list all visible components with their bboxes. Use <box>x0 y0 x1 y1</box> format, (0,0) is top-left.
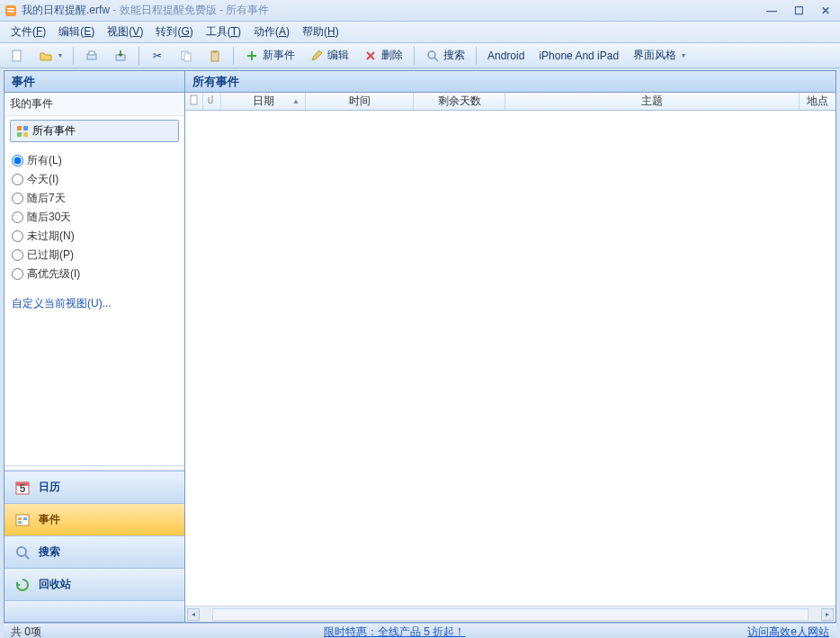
status-site: 访问高效e人网站 <box>747 625 829 638</box>
svg-rect-22 <box>18 521 22 524</box>
menu-file[interactable]: 文件(F) <box>5 22 51 42</box>
right-panel: 所有事件 日期 时间 剩余天数 主题 地点 ◂ ▸ <box>185 71 836 622</box>
svg-rect-24 <box>191 95 197 104</box>
new-file-button[interactable] <box>4 45 31 67</box>
pencil-icon <box>309 49 324 63</box>
filter-next7[interactable]: 随后7天 <box>12 191 177 206</box>
scroll-track[interactable] <box>212 608 809 621</box>
svg-rect-13 <box>23 126 28 130</box>
content-header: 所有事件 <box>185 71 836 93</box>
android-button[interactable]: Android <box>481 46 531 66</box>
calendar-icon: 5 <box>13 479 31 497</box>
svg-rect-14 <box>17 132 22 137</box>
cut-button[interactable]: ✂ <box>144 45 171 67</box>
filter-notexpired[interactable]: 未过期(N) <box>12 229 177 244</box>
menu-action[interactable]: 动作(A) <box>248 22 295 42</box>
col-attach-icon[interactable] <box>203 93 221 110</box>
col-subject[interactable]: 主题 <box>505 93 800 110</box>
col-days[interactable]: 剩余天数 <box>414 93 505 110</box>
my-events-label: 我的事件 <box>4 93 184 116</box>
menu-tools[interactable]: 工具(T) <box>201 22 246 42</box>
nav-buttons: 5日历 事件 搜索 回收站 <box>4 471 184 600</box>
open-button[interactable]: ▾ <box>32 45 68 67</box>
nav-search[interactable]: 搜索 <box>4 535 184 568</box>
maximize-button[interactable]: ☐ <box>788 4 809 18</box>
promo-link[interactable]: 限时特惠：全线产品 5 折起！ <box>324 625 465 638</box>
menu-help[interactable]: 帮助(H) <box>297 22 344 42</box>
horizontal-scrollbar[interactable]: ◂ ▸ <box>185 606 836 622</box>
filter-all[interactable]: 所有(L) <box>12 153 177 168</box>
magnifier-icon <box>13 544 31 562</box>
menu-edit[interactable]: 编辑(E) <box>53 22 100 42</box>
svg-rect-15 <box>23 132 28 137</box>
svg-rect-20 <box>18 517 22 520</box>
filter-next30[interactable]: 随后30天 <box>12 210 177 225</box>
col-date[interactable]: 日期 <box>221 93 306 110</box>
grid-icon <box>16 125 29 138</box>
tree-item-label: 所有事件 <box>32 123 76 139</box>
scissors-icon: ✂ <box>150 49 165 63</box>
nav-events[interactable]: 事件 <box>4 503 184 535</box>
titlebar: 我的日程提醒.erfw - 效能日程提醒免费版 - 所有事件 — ☐ ✕ <box>0 0 840 22</box>
svg-rect-8 <box>184 53 191 61</box>
status-count: 共 0项 <box>11 625 41 638</box>
customize-view-link[interactable]: 自定义当前视图(U)... <box>4 289 184 319</box>
filter-highprio[interactable]: 高优先级(I) <box>12 266 177 282</box>
recycle-icon <box>13 576 31 594</box>
folder-open-icon <box>39 49 53 63</box>
col-type-icon[interactable] <box>185 93 203 110</box>
col-location[interactable]: 地点 <box>800 93 836 110</box>
main-area: 事件 我的事件 所有事件 所有(L) 今天(I) 随后7天 随后30天 未过期(… <box>4 70 836 623</box>
statusbar: 共 0项 限时特惠：全线产品 5 折起！ 访问高效e人网站 <box>4 623 836 638</box>
search-button[interactable]: 搜索 <box>419 44 471 67</box>
svg-rect-21 <box>23 517 27 520</box>
iphone-button[interactable]: iPhone And iPad <box>532 46 625 66</box>
svg-rect-12 <box>17 126 22 130</box>
menubar: 文件(F) 编辑(E) 视图(V) 转到(G) 工具(T) 动作(A) 帮助(H… <box>0 22 840 43</box>
import-icon <box>113 49 128 63</box>
import-button[interactable] <box>107 45 134 67</box>
new-event-button[interactable]: 新事件 <box>238 44 301 67</box>
svg-point-23 <box>17 547 26 556</box>
delete-x-icon <box>363 49 378 63</box>
magnifier-icon <box>425 49 440 63</box>
grid-body[interactable] <box>185 111 836 606</box>
clipboard-icon <box>208 49 222 63</box>
filter-expired[interactable]: 已过期(P) <box>12 247 177 263</box>
scroll-left-arrow[interactable]: ◂ <box>187 608 200 621</box>
svg-rect-1 <box>7 8 14 10</box>
delete-button[interactable]: 删除 <box>357 44 409 67</box>
col-time[interactable]: 时间 <box>306 93 414 110</box>
svg-point-11 <box>428 51 435 58</box>
app-icon <box>4 4 18 18</box>
scroll-right-arrow[interactable]: ▸ <box>821 608 834 621</box>
close-button[interactable]: ✕ <box>815 4 836 18</box>
filter-list: 所有(L) 今天(I) 随后7天 随后30天 未过期(N) 已过期(P) 高优先… <box>4 146 184 289</box>
window-title: 我的日程提醒.erfw - 效能日程提醒免费版 - 所有事件 <box>22 3 761 18</box>
event-grid: 日期 时间 剩余天数 主题 地点 ◂ ▸ <box>185 93 836 622</box>
svg-rect-10 <box>213 50 217 53</box>
menu-goto[interactable]: 转到(G) <box>150 22 198 42</box>
events-icon <box>13 511 31 529</box>
grid-header-row: 日期 时间 剩余天数 主题 地点 <box>185 93 836 111</box>
minimize-button[interactable]: — <box>761 4 782 18</box>
svg-rect-5 <box>89 51 94 55</box>
paperclip-icon <box>208 94 217 108</box>
printer-icon <box>85 49 99 63</box>
nav-calendar[interactable]: 5日历 <box>4 471 184 503</box>
svg-rect-3 <box>13 50 21 61</box>
menu-view[interactable]: 视图(V) <box>102 22 148 42</box>
toolbar: ▾ ✂ 新事件 编辑 删除 搜索 Android iPhone And iPad… <box>0 43 840 68</box>
print-button[interactable] <box>78 45 105 67</box>
nav-recycle[interactable]: 回收站 <box>4 568 184 600</box>
filter-today[interactable]: 今天(I) <box>12 172 177 187</box>
status-promo: 限时特惠：全线产品 5 折起！ <box>41 625 747 638</box>
paste-button[interactable] <box>201 45 228 67</box>
edit-button[interactable]: 编辑 <box>303 44 355 67</box>
svg-text:5: 5 <box>20 482 26 495</box>
ui-style-button[interactable]: 界面风格▾ <box>627 44 692 67</box>
svg-rect-2 <box>7 11 14 13</box>
site-link[interactable]: 访问高效e人网站 <box>747 625 829 638</box>
tree-all-events[interactable]: 所有事件 <box>10 120 179 142</box>
copy-button[interactable] <box>173 45 200 67</box>
